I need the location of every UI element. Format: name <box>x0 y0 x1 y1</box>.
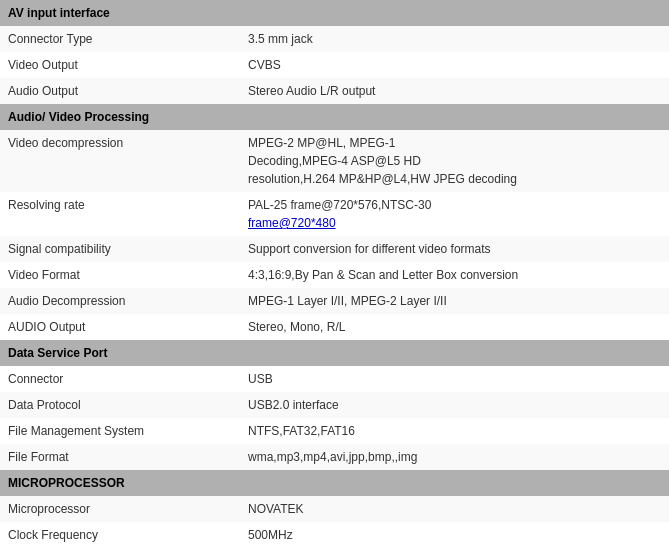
row-value: Stereo, Mono, R/L <box>240 314 669 340</box>
table-row: Signal compatibilitySupport conversion f… <box>0 236 669 262</box>
section-header-label: MICROPROCESSOR <box>0 470 669 496</box>
table-row: Audio OutputStereo Audio L/R output <box>0 78 669 104</box>
section-header-row: Data Service Port <box>0 340 669 366</box>
section-header-label: Data Service Port <box>0 340 669 366</box>
table-row: MicroprocessorNOVATEK <box>0 496 669 522</box>
row-value: 4:3,16:9,By Pan & Scan and Letter Box co… <box>240 262 669 288</box>
row-label: Video Output <box>0 52 240 78</box>
row-value: PAL-25 frame@720*576,NTSC-30frame@720*48… <box>240 192 669 236</box>
table-row: Video Format4:3,16:9,By Pan & Scan and L… <box>0 262 669 288</box>
row-label: Video Format <box>0 262 240 288</box>
section-header-row: Audio/ Video Processing <box>0 104 669 130</box>
table-row: File Management SystemNTFS,FAT32,FAT16 <box>0 418 669 444</box>
row-value: MPEG-1 Layer I/II, MPEG-2 Layer I/II <box>240 288 669 314</box>
table-row: Connector Type3.5 mm jack <box>0 26 669 52</box>
row-label: Audio Output <box>0 78 240 104</box>
row-value: 500MHz <box>240 522 669 545</box>
row-value: USB <box>240 366 669 392</box>
section-header-label: AV input interface <box>0 0 669 26</box>
row-value: USB2.0 interface <box>240 392 669 418</box>
table-row: Audio DecompressionMPEG-1 Layer I/II, MP… <box>0 288 669 314</box>
row-label: Video decompression <box>0 130 240 192</box>
row-label: Clock Frequency <box>0 522 240 545</box>
row-value: 3.5 mm jack <box>240 26 669 52</box>
table-row: Video OutputCVBS <box>0 52 669 78</box>
table-row: Data ProtocolUSB2.0 interface <box>0 392 669 418</box>
table-row: Resolving ratePAL-25 frame@720*576,NTSC-… <box>0 192 669 236</box>
table-row: Clock Frequency500MHz <box>0 522 669 545</box>
section-header-row: MICROPROCESSOR <box>0 470 669 496</box>
row-value: CVBS <box>240 52 669 78</box>
table-row: File Formatwma,mp3,mp4,avi,jpp,bmp,,img <box>0 444 669 470</box>
table-row: Video decompressionMPEG-2 MP@HL, MPEG-1D… <box>0 130 669 192</box>
row-value: NOVATEK <box>240 496 669 522</box>
section-header-row: AV input interface <box>0 0 669 26</box>
link-text[interactable]: frame@720*480 <box>248 216 336 230</box>
spec-table: AV input interfaceConnector Type3.5 mm j… <box>0 0 669 545</box>
table-row: ConnectorUSB <box>0 366 669 392</box>
row-label: File Format <box>0 444 240 470</box>
row-value: wma,mp3,mp4,avi,jpp,bmp,,img <box>240 444 669 470</box>
row-label: Connector <box>0 366 240 392</box>
row-label: File Management System <box>0 418 240 444</box>
table-row: AUDIO OutputStereo, Mono, R/L <box>0 314 669 340</box>
row-label: Signal compatibility <box>0 236 240 262</box>
row-label: Resolving rate <box>0 192 240 236</box>
row-label: AUDIO Output <box>0 314 240 340</box>
row-value: MPEG-2 MP@HL, MPEG-1Decoding,MPEG-4 ASP@… <box>240 130 669 192</box>
row-label: Connector Type <box>0 26 240 52</box>
row-value: Support conversion for different video f… <box>240 236 669 262</box>
row-label: Data Protocol <box>0 392 240 418</box>
section-header-label: Audio/ Video Processing <box>0 104 669 130</box>
row-label: Microprocessor <box>0 496 240 522</box>
row-label: Audio Decompression <box>0 288 240 314</box>
row-value: Stereo Audio L/R output <box>240 78 669 104</box>
row-value: NTFS,FAT32,FAT16 <box>240 418 669 444</box>
